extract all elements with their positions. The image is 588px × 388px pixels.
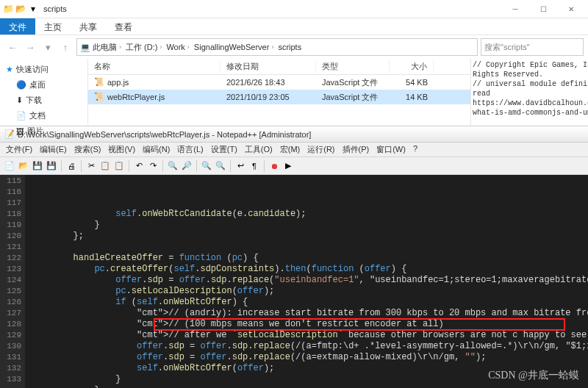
- code-line[interactable]: "cmt">// after we `setLocalDescription` …: [31, 330, 588, 341]
- path-seg[interactable]: scripts: [278, 43, 301, 51]
- zoomout-icon[interactable]: 🔍: [214, 159, 227, 173]
- code-line[interactable]: pc.setLocalDescription(offer);: [31, 286, 588, 297]
- toolbar: 📄 📂 💾 💾 🖨 ✂ 📋 📋 ↶ ↷ 🔍 🔎 🔍 🔍 ↩ ¶ ⏺ ▶: [0, 157, 588, 175]
- ribbon-file[interactable]: 文件: [0, 18, 35, 35]
- paste-icon[interactable]: 📋: [112, 159, 126, 173]
- search-input[interactable]: 搜索"scripts": [481, 38, 584, 56]
- app-icon: 📁: [3, 4, 13, 14]
- close-button[interactable]: ✕: [557, 1, 585, 17]
- cut-icon[interactable]: ✂: [85, 159, 98, 173]
- replace-icon[interactable]: 🔎: [180, 159, 193, 173]
- path-seg[interactable]: SignallingWebServer: [194, 43, 270, 51]
- menu-item[interactable]: 编辑(E): [37, 143, 70, 157]
- col-name[interactable]: 名称: [88, 61, 220, 72]
- history-dropdown[interactable]: ▾: [40, 39, 56, 55]
- file-row[interactable]: 📜webRtcPlayer.js 2021/10/19 23:05 JavaSc…: [88, 90, 470, 104]
- menu-item[interactable]: ?: [410, 143, 420, 157]
- find-icon[interactable]: 🔍: [166, 159, 179, 173]
- code-line[interactable]: [31, 242, 588, 253]
- maximize-button[interactable]: ☐: [529, 1, 557, 17]
- new-icon[interactable]: 📄: [3, 159, 16, 173]
- code-line[interactable]: self.onWebRtcCandidate(e.candidate);: [31, 209, 588, 220]
- forward-button[interactable]: →: [22, 39, 38, 55]
- path-seg[interactable]: Work: [166, 43, 184, 51]
- dropdown-icon[interactable]: ▾: [28, 4, 38, 14]
- col-date[interactable]: 修改日期: [220, 61, 316, 72]
- preview-pane: // Copyright Epic Games, Inc. Rights Res…: [470, 59, 588, 125]
- print-icon[interactable]: 🖨: [65, 159, 78, 173]
- code-line[interactable]: }: [31, 374, 588, 385]
- code-line[interactable]: pc.createOffer(self.sdpConstraints).then…: [31, 264, 588, 275]
- menu-item[interactable]: 视图(V): [105, 143, 138, 157]
- code-area[interactable]: self.onWebRtcCandidate(e.candidate); } }…: [25, 175, 588, 388]
- code-line[interactable]: offer.sdp = offer.sdp.replace(/(a=fmtp:\…: [31, 341, 588, 352]
- file-row[interactable]: 📜app.js 2021/6/26 18:43 JavaScript 文件 54…: [88, 75, 470, 90]
- play-icon[interactable]: ▶: [282, 159, 295, 173]
- address-bar[interactable]: 💻 此电脑› 工作 (D:)› Work› SignallingWebServe…: [76, 38, 478, 56]
- menu-item[interactable]: 插件(P): [340, 143, 373, 157]
- menu-item[interactable]: 宏(M): [277, 143, 304, 157]
- sidebar: ★ 快速访问 🔵 桌面 ⬇ 下载 📄 文档 🖼 图片: [0, 59, 88, 125]
- sidebar-quick[interactable]: ★ 快速访问: [0, 62, 87, 77]
- folder-icon: 📂: [15, 4, 26, 14]
- ribbon-home[interactable]: 主页: [35, 18, 71, 35]
- col-size[interactable]: 大小: [390, 61, 434, 72]
- redo-icon[interactable]: ↷: [146, 159, 159, 173]
- menu-item[interactable]: 工具(O): [242, 143, 276, 157]
- record-icon[interactable]: ⏺: [268, 159, 281, 173]
- sidebar-item[interactable]: 📄 文档: [0, 108, 87, 123]
- code-line[interactable]: handleCreateOffer = function (pc) {: [31, 253, 588, 264]
- menu-item[interactable]: 窗口(W): [373, 143, 409, 157]
- ribbon-view[interactable]: 查看: [106, 18, 141, 35]
- code-line[interactable]: if (self.onWebRtcOffer) {: [31, 297, 588, 308]
- copy-icon[interactable]: 📋: [98, 159, 112, 173]
- code-line[interactable]: "cmt">// (andriy): increase start bitrat…: [31, 308, 588, 319]
- window-title: scripts: [43, 4, 67, 13]
- js-icon: 📜: [94, 92, 104, 102]
- saveall-icon[interactable]: 💾: [45, 159, 58, 173]
- line-numbers: 1151161171181191201211221231241251261271…: [0, 175, 25, 388]
- path-seg[interactable]: 工作 (D:): [126, 42, 157, 53]
- menu-bar: 文件(F)编辑(E)搜索(S)视图(V)编码(N)语言(L)设置(T)工具(O)…: [0, 143, 588, 157]
- menu-item[interactable]: 文件(F): [3, 143, 35, 157]
- file-list: 名称 修改日期 类型 大小 📜app.js 2021/6/26 18:43 Ja…: [88, 59, 470, 125]
- menu-item[interactable]: 运行(R): [304, 143, 337, 157]
- back-button[interactable]: ←: [4, 39, 21, 55]
- col-type[interactable]: 类型: [316, 61, 390, 72]
- code-line[interactable]: };: [31, 231, 588, 242]
- up-button[interactable]: ↑: [57, 39, 74, 55]
- code-line[interactable]: },: [31, 385, 588, 388]
- code-line[interactable]: self.onWebRtcOffer(offer);: [31, 363, 588, 374]
- menu-item[interactable]: 设置(T): [208, 143, 240, 157]
- undo-icon[interactable]: ↶: [132, 159, 146, 173]
- sidebar-item[interactable]: 🖼 图片: [0, 123, 87, 139]
- sidebar-item[interactable]: ⬇ 下载: [0, 93, 87, 108]
- minimize-button[interactable]: ─: [501, 1, 529, 17]
- code-line[interactable]: offer.sdp = offer.sdp.replace(/(a=extmap…: [31, 352, 588, 363]
- code-line[interactable]: "cmt">// (100 mbps means we don't restri…: [31, 319, 588, 330]
- open-icon[interactable]: 📂: [17, 159, 30, 173]
- sidebar-item[interactable]: 🔵 桌面: [0, 77, 87, 93]
- save-icon[interactable]: 💾: [31, 159, 44, 173]
- js-icon: 📜: [94, 77, 104, 87]
- ribbon-share[interactable]: 共享: [71, 18, 106, 35]
- menu-item[interactable]: 语言(L): [174, 143, 206, 157]
- zoomin-icon[interactable]: 🔍: [200, 159, 213, 173]
- wrap-icon[interactable]: ↩: [234, 159, 247, 173]
- code-line[interactable]: offer.sdp = offer.sdp.replace("useinband…: [31, 275, 588, 286]
- menu-item[interactable]: 编码(N): [140, 143, 173, 157]
- path-seg[interactable]: 此电脑: [93, 42, 117, 53]
- chars-icon[interactable]: ¶: [248, 159, 261, 173]
- code-line[interactable]: }: [31, 220, 588, 231]
- menu-item[interactable]: 搜索(S): [71, 143, 104, 157]
